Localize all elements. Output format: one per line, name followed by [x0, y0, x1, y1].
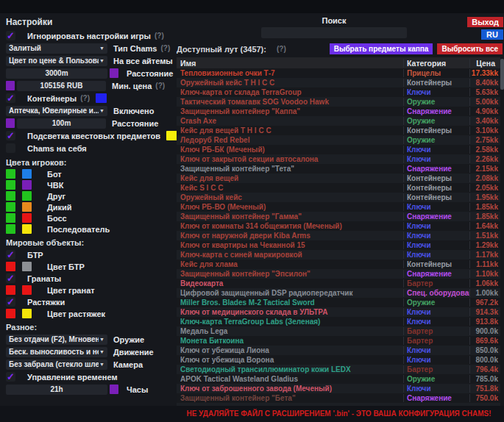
table-row[interactable]: Кейс S I C CКонтейнеры2.05kk [177, 183, 501, 193]
table-row[interactable]: Ключ от медицинского склада в УЛЬТРАКлюч… [177, 307, 501, 317]
exit-button[interactable]: Выход [467, 17, 503, 27]
color-swatch[interactable] [6, 262, 15, 271]
color-swatch[interactable] [6, 213, 15, 223]
table-row[interactable]: Ключ от комнаты 314 общежития (Меченый)К… [177, 221, 501, 231]
color-swatch[interactable] [110, 385, 118, 394]
checkbox[interactable]: ✓ [6, 31, 15, 40]
color-swatch[interactable] [6, 285, 15, 295]
checkbox[interactable]: ✓ [6, 273, 15, 283]
table-row[interactable]: Оружейный кейс Т Н I С СКонтейнеры8.40kk [177, 78, 501, 87]
color-swatch[interactable] [22, 191, 32, 201]
settings-row: ✓Гранаты [6, 272, 175, 285]
color-swatch[interactable] [22, 224, 32, 234]
input-label: Расстояние [127, 69, 173, 78]
text-input[interactable]: 21h [6, 385, 107, 395]
color-swatch[interactable] [110, 68, 118, 78]
table-row[interactable]: Цифровой защищенный DSP радиопередатчикС… [177, 288, 501, 298]
text-input[interactable]: 105156 RUB [17, 81, 106, 91]
column-header-name[interactable]: Имя [177, 59, 403, 68]
color-swatch[interactable] [166, 131, 177, 140]
table-row[interactable]: Защищенный контейнер "Эпсилон"Снаряжение… [177, 269, 501, 279]
table-row[interactable]: Кейс для вещей Т Н I С СКонтейнеры3.10kk [177, 126, 501, 135]
checkbox[interactable]: ✓ [6, 297, 15, 307]
table-row[interactable]: Miller Bros. Blades M-2 Tactical SwordОр… [177, 298, 501, 307]
table-row[interactable]: Тепловизионные очки Т-7Прицелы17.33kk [177, 68, 501, 78]
color-swatch[interactable] [6, 180, 15, 190]
item-price: 5.00kk [469, 98, 501, 106]
table-row[interactable]: Медаль LegaБартер900.0k [177, 326, 501, 336]
column-header-category[interactable]: Категория [403, 59, 469, 68]
color-swatch[interactable] [6, 191, 15, 201]
table-row[interactable]: Ключ от заброшенного завода (Меченый)Клю… [177, 384, 501, 393]
table-row[interactable]: ВидеокартаБартер1.06kk [177, 279, 501, 288]
column-header-price[interactable]: Цена [469, 59, 501, 68]
table-row[interactable]: Ключ от наружной двери Kiba ArmsКлючи1.5… [177, 231, 501, 240]
table-row[interactable]: Светодиодный трансиллюминатор кожи LEDXБ… [177, 365, 501, 374]
color-swatch[interactable] [96, 93, 107, 103]
color-swatch[interactable] [22, 169, 32, 179]
checkbox[interactable]: ✓ [6, 372, 15, 382]
color-swatch[interactable] [22, 180, 32, 190]
language-button[interactable]: RU [481, 29, 503, 40]
table-row[interactable]: Ключ-карта от склада TerraGroupКлючи5.63… [177, 87, 501, 97]
color-swatch[interactable] [6, 202, 15, 212]
text-input[interactable]: 3000m [6, 68, 107, 79]
color-swatch[interactable] [6, 118, 15, 128]
item-price: 5.63kk [469, 88, 501, 96]
checkbox-label: Подсветка квестовых предметов [27, 132, 160, 140]
swatch-label: Последователь [47, 225, 110, 234]
dropdown[interactable]: Аптечка, Ювелирные и...▼ [6, 106, 107, 116]
table-row[interactable]: Защищенный контейнер "Бета"Снаряжение750… [177, 393, 501, 403]
table-row[interactable]: Оружейный кейсКонтейнеры1.95kk [177, 193, 501, 202]
dropdown[interactable]: Беск. выносливость и нет уста▼ [6, 347, 107, 357]
table-row[interactable]: Ключ РБ-ВО (Меченый)Ключи1.85kk [177, 202, 501, 212]
table-row[interactable]: Монета БиткоинаБартер869.6k [177, 336, 501, 346]
table-row[interactable]: Кейс для хламаКонтейнеры1.11kk [177, 260, 501, 269]
color-swatch[interactable] [6, 81, 15, 90]
color-swatch[interactable] [6, 224, 15, 234]
table-row[interactable]: Кейс для вещейКонтейнеры2.08kk [177, 174, 501, 183]
color-swatch[interactable] [22, 213, 32, 223]
table-row[interactable]: Ключ от квартиры на Чеканной 15Ключи1.29… [177, 240, 501, 250]
text-input[interactable]: 100m [17, 118, 106, 129]
color-swatch[interactable] [22, 309, 32, 318]
settings-row: Последователь [6, 223, 175, 235]
checkbox[interactable]: ✓ [6, 131, 15, 140]
table-row[interactable]: Тактический томагавк SOG Voodoo HawkОруж… [177, 97, 501, 107]
chevron-down-icon: ▼ [99, 349, 104, 354]
color-swatch[interactable] [6, 169, 15, 179]
select-kappa-items-button[interactable]: Выбрать предметы каппа [330, 43, 433, 54]
table-row[interactable]: Ледоруб Red RebelОружие2.75kk [177, 135, 501, 145]
table-row[interactable]: Ключ от убежища ЛионаКлючи850.0k [177, 346, 501, 355]
color-swatch[interactable] [22, 285, 32, 295]
scrollbar-thumb[interactable] [500, 59, 504, 90]
discard-all-button[interactable]: Выбросить все [437, 43, 503, 54]
dropdown[interactable]: Без забрала (стекло шлема)▼ [6, 360, 107, 370]
checkbox[interactable]: ✓ [6, 250, 15, 260]
item-name: Ключ-карта с синей маркировкой [177, 251, 403, 259]
table-row[interactable]: Защищенный контейнер "Гамма"Снаряжение1.… [177, 212, 501, 221]
color-swatch[interactable] [22, 262, 32, 271]
table-row[interactable]: Ключ РБ-БК (Меченый)Ключи2.58kk [177, 145, 501, 154]
swatch-label: Бот [47, 170, 62, 179]
table-row[interactable]: Защищенный контейнер "Тета"Снаряжение2.1… [177, 164, 501, 174]
dropdown[interactable]: Залитый▼ [6, 43, 107, 54]
table-row[interactable]: APOK Tactical Wasteland GladiusОружие785… [177, 374, 501, 384]
checkbox[interactable] [6, 143, 15, 153]
table-row[interactable]: Crash AxeОружие3.40kk [177, 116, 501, 126]
color-swatch[interactable] [22, 202, 32, 212]
scrollbar[interactable] [500, 57, 504, 406]
settings-row: Залитый▼Тип Chams(?) [6, 42, 175, 54]
table-row[interactable]: Ключ от закрытой секции автосалонаКлючи2… [177, 154, 501, 164]
table-row[interactable]: Ключ-карта TerraGroup Labs (Зеленая)Ключ… [177, 317, 501, 326]
table-row[interactable]: Ключ от убежища ВоронаКлючи800.0k [177, 355, 501, 365]
checkbox[interactable]: ✓ [6, 93, 15, 103]
chevron-down-icon: ▼ [99, 46, 104, 51]
color-swatch[interactable] [6, 309, 15, 318]
settings-row: ✓Растяжки [6, 296, 175, 308]
dropdown[interactable]: Цвет по цене & Пользователь▼ [6, 56, 107, 66]
table-row[interactable]: Защищенный контейнер "Каппа"Снаряжение4.… [177, 107, 501, 116]
table-row[interactable]: Ключ-карта с синей маркировкойКлючи1.17k… [177, 250, 501, 260]
dropdown[interactable]: Без отдачи (F2), Мгновенное п▼ [6, 335, 107, 345]
search-input[interactable] [261, 27, 407, 38]
